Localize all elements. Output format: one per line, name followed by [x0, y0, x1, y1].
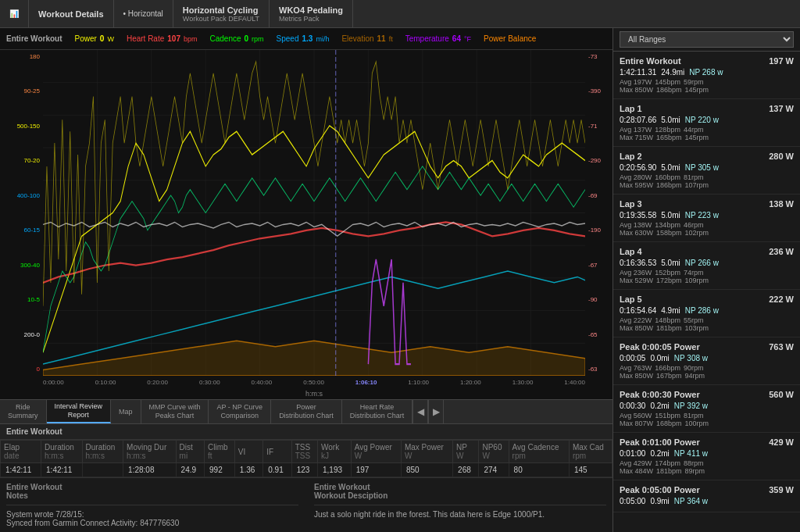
peak-5s-section: Peak 0:00:05 Power 763 W 0:00:05 0.0mi N… [613, 337, 800, 385]
col-work: WorkkJ [318, 441, 352, 463]
toolbar: 📊 Workout Details • Horizontal Horizonta… [0, 0, 800, 28]
y-axis-left: 180 90-25 500-150 70-20 400-100 60-15 30… [0, 50, 43, 376]
col-elap-date: Elapdate [1, 441, 41, 463]
col-vi: VI [234, 441, 262, 463]
peak5s-dist: 0.0mi [650, 354, 669, 362]
lap3-np: NP 223 w [685, 211, 719, 220]
peak-30s-section: Peak 0:00:30 Power 560 W 0:00:30 0.2mi N… [613, 385, 800, 433]
entire-avg-stats: Avg 197W145bpm59rpm [620, 78, 794, 86]
entire-workout-title: Entire Workout [620, 56, 681, 66]
tab-ap-np[interactable]: AP - NP CurveComparison [209, 400, 271, 423]
peak5s-avg-stats: Avg 763W166bpm90rpm [620, 364, 794, 372]
x-axis: 0:00:00 0:10:00 0:20:00 0:30:00 0:40:00 … [43, 376, 585, 399]
lap1-avg-stats: Avg 137W128bpm44rpm [620, 126, 794, 134]
cell-max-power: 850 [401, 463, 452, 477]
peak1m-dist: 0.2mi [650, 449, 669, 458]
hr-metric: Heart Rate 107 bpm [127, 34, 198, 43]
entire-workout-watts: 197 W [769, 56, 794, 66]
tab-power-dist[interactable]: PowerDistribution Chart [271, 400, 342, 423]
col-tss: TSSTSS [291, 441, 317, 463]
peak30s-title: Peak 0:00:30 Power [620, 390, 700, 399]
lap2-time: 0:20:56.90 [620, 163, 656, 172]
tab-prev-btn[interactable]: ◀ [412, 400, 428, 423]
lap4-time: 0:16:36.53 [620, 259, 656, 267]
entire-dist: 24.9mi [661, 68, 684, 77]
entire-np: NP 268 w [689, 68, 723, 77]
cell-np: 268 [453, 463, 479, 477]
cell-duration2 [82, 463, 123, 477]
lap1-np: NP 220 w [685, 116, 719, 124]
lap3-dist: 5.0mi [661, 211, 680, 220]
tab-hr-dist[interactable]: Heart RateDistribution Chart [342, 400, 413, 423]
lap5-dist: 4.9mi [661, 306, 680, 315]
lap1-time: 0:28:07.66 [620, 116, 656, 124]
workout-details-section: Workout Details [29, 0, 114, 27]
notes-title-2: Entire WorkoutWorkout Desciption [314, 483, 606, 500]
col-climb: Climbft [205, 441, 235, 463]
lap3-time: 0:19:35.58 [620, 211, 656, 220]
chart-icon-button[interactable]: 📊 [6, 0, 29, 27]
lap3-title: Lap 3 [620, 199, 642, 209]
peak1m-avg-stats: Avg 429W174bpm88rpm [620, 459, 794, 467]
peak30s-avg-stats: Avg 560W151bpm81rpm [620, 412, 794, 420]
y-axis-right: -73 -390 -71 -290 -69 -190 -67 -90 -65 -… [585, 50, 612, 376]
peak5m-title: Peak 0:05:00 Power [620, 485, 700, 495]
note2-text: Just a solo night ride in the forest. Th… [314, 510, 606, 519]
cell-tss: 123 [291, 463, 317, 477]
horizontal-cycling-label: Horizontal Cycling [183, 5, 259, 15]
peak5m-np: NP 364 w [674, 497, 708, 505]
wko4-label: WKO4 Pedaling [279, 5, 343, 15]
cell-duration: 1:42:11 [41, 463, 83, 477]
metrics-pack-label: Metrics Pack [279, 15, 343, 23]
col-if: IF [263, 441, 291, 463]
speed-metric: Speed 1.3 mi/h [277, 34, 330, 43]
lap2-max-stats: Max 595W186bpm107rpm [620, 181, 794, 189]
range-dropdown[interactable]: All Ranges Lap 1 Lap 2 Lap 3 Lap 4 Lap 5 [620, 31, 794, 48]
chart-area[interactable]: 180 90-25 500-150 70-20 400-100 60-15 30… [0, 50, 612, 399]
lap3-avg-stats: Avg 138W134bpm46rpm [620, 221, 794, 229]
peak-5m-section: Peak 0:05:00 Power 359 W 0:05:00 0.9mi N… [613, 480, 800, 512]
tab-map[interactable]: Map [111, 400, 141, 423]
table-row: 1:42:11 1:42:11 1:28:08 24.9 992 1.36 0.… [1, 463, 612, 477]
tab-ride-summary[interactable]: RideSummary [0, 400, 47, 423]
col-max-cad: Max Cadrpm [569, 441, 612, 463]
lap2-np: NP 305 w [685, 163, 719, 172]
peak5m-time: 0:05:00 [620, 497, 645, 505]
col-avg-power: Avg PowerW [351, 441, 401, 463]
right-content[interactable]: Entire Workout 197 W 1:42:11.31 24.9mi N… [613, 52, 800, 532]
cell-dist: 24.9 [176, 463, 204, 477]
peak5s-np: NP 308 w [674, 354, 708, 362]
lap2-title: Lap 2 [620, 152, 642, 161]
lap3-watts: 138 W [769, 199, 794, 209]
cell-moving-dur: 1:28:08 [123, 463, 177, 477]
tabs-bar: RideSummary Interval ReviewReport Map MM… [0, 399, 612, 424]
tab-mmp-curve[interactable]: MMP Curve withPeaks Chart [141, 400, 209, 423]
lap5-watts: 222 W [769, 295, 794, 304]
col-duration2: Durationh:m:s [82, 441, 123, 463]
workout-pack-label: Workout Pack DEFAULT [183, 15, 259, 23]
peak-1m-section: Peak 0:01:00 Power 429 W 0:01:00 0.2mi N… [613, 433, 800, 480]
lap-1-section: Lap 1 137 W 0:28:07.66 5.0mi NP 220 w Av… [613, 99, 800, 147]
cycling-section: Horizontal Cycling Workout Pack DEFAULT [173, 0, 270, 27]
right-header: All Ranges Lap 1 Lap 2 Lap 3 Lap 4 Lap 5 [613, 28, 800, 52]
peak30s-max-stats: Max 807W168bpm100rpm [620, 420, 794, 427]
workout-details-label[interactable]: Workout Details [38, 9, 104, 19]
elevation-metric: Elevation 11 ft [341, 34, 392, 43]
main-content: Entire Workout Power 0 W Heart Rate 107 … [0, 28, 800, 532]
tab-interval-review[interactable]: Interval ReviewReport [47, 400, 112, 423]
lap5-title: Lap 5 [620, 295, 642, 304]
tab-next-btn[interactable]: ▶ [428, 400, 444, 423]
lap-4-section: Lap 4 236 W 0:16:36.53 5.0mi NP 266 w Av… [613, 242, 800, 290]
peak5m-dist: 0.9mi [650, 497, 669, 505]
lap5-np: NP 286 w [685, 306, 719, 315]
col-dist: Distmi [176, 441, 204, 463]
lap-3-section: Lap 3 138 W 0:19:35.58 5.0mi NP 223 w Av… [613, 195, 800, 242]
horizontal-section[interactable]: • Horizontal [114, 0, 173, 27]
wko4-section: WKO4 Pedaling Metrics Pack [270, 0, 353, 27]
cadence-metric: Cadence 0 rpm [209, 34, 263, 43]
lap4-np: NP 266 w [685, 259, 719, 267]
col-avg-cadence: Avg Cadencerpm [509, 441, 569, 463]
peak1m-np: NP 411 w [674, 449, 708, 458]
horizontal-label: • Horizontal [123, 9, 163, 18]
cell-avg-cadence: 80 [509, 463, 569, 477]
